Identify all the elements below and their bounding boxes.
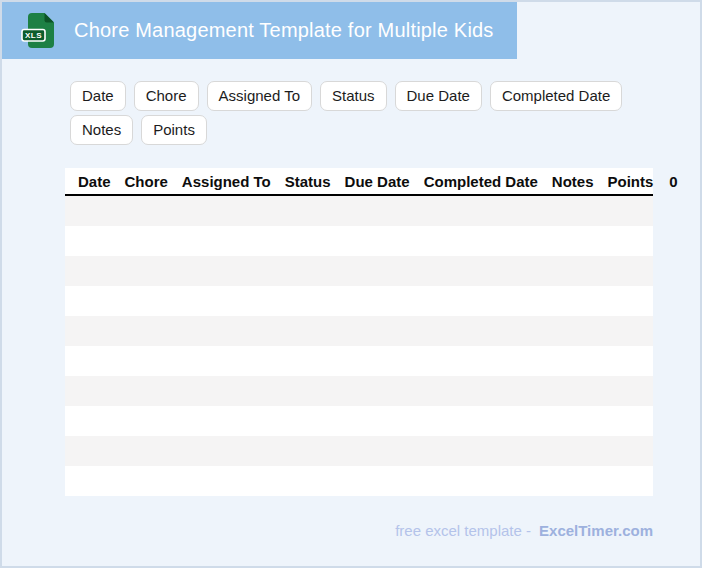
chip-assigned-to[interactable]: Assigned To	[207, 81, 312, 111]
table-row	[65, 436, 653, 466]
chip-points[interactable]: Points	[141, 115, 207, 145]
chore-table: DateChoreAssigned ToStatusDue DateComple…	[65, 168, 653, 496]
footer: free excel template -ExcelTimer.com	[65, 522, 653, 539]
chip-completed-date[interactable]: Completed Date	[490, 81, 622, 111]
chip-status[interactable]: Status	[320, 81, 387, 111]
header-banner: XLS Chore Management Template for Multip…	[2, 2, 517, 59]
column-header-chore: Chore	[125, 173, 168, 190]
table-row	[65, 256, 653, 286]
table-row	[65, 286, 653, 316]
page: XLS Chore Management Template for Multip…	[0, 0, 702, 568]
column-header-assigned-to: Assigned To	[182, 173, 271, 190]
footer-brand-link[interactable]: ExcelTimer.com	[539, 522, 653, 539]
column-header-points: Points	[608, 173, 654, 190]
column-header-status: Status	[285, 173, 331, 190]
table-row	[65, 376, 653, 406]
table-header-row: DateChoreAssigned ToStatusDue DateComple…	[65, 168, 653, 196]
column-chip-list: DateChoreAssigned ToStatusDue DateComple…	[70, 81, 650, 145]
xls-badge-label: XLS	[25, 31, 42, 40]
table-row	[65, 346, 653, 376]
xls-file-icon: XLS	[20, 10, 60, 52]
table-body	[65, 196, 653, 496]
chip-due-date[interactable]: Due Date	[395, 81, 482, 111]
file-fold	[45, 13, 55, 23]
chip-chore[interactable]: Chore	[134, 81, 199, 111]
table-row	[65, 226, 653, 256]
footer-text: free excel template -	[395, 522, 531, 539]
column-header-notes: Notes	[552, 173, 594, 190]
page-title: Chore Management Template for Multiple K…	[74, 19, 494, 42]
table-row	[65, 406, 653, 436]
table-row	[65, 316, 653, 346]
column-header-0: 0	[669, 173, 677, 190]
table-row	[65, 196, 653, 226]
column-header-date: Date	[78, 173, 111, 190]
column-header-due-date: Due Date	[345, 173, 410, 190]
chip-date[interactable]: Date	[70, 81, 126, 111]
column-header-completed-date: Completed Date	[424, 173, 538, 190]
chip-notes[interactable]: Notes	[70, 115, 133, 145]
table-row	[65, 466, 653, 496]
